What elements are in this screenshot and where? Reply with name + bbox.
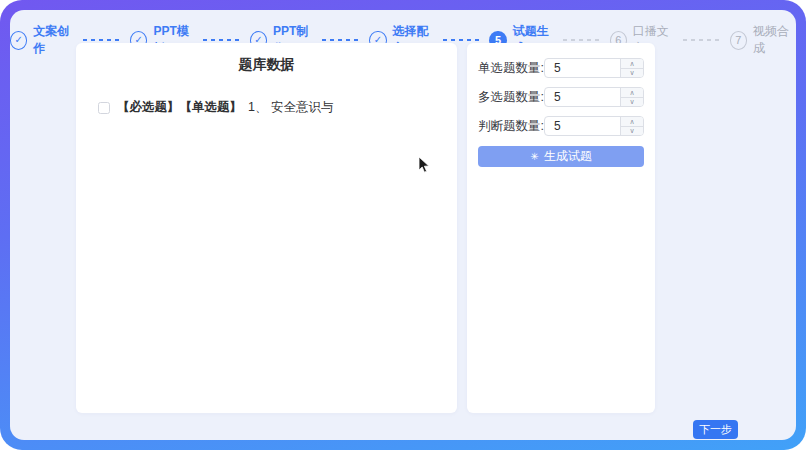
- step-number-badge: 7: [730, 31, 747, 50]
- true-false-count-input: ∧ ∨: [544, 116, 644, 136]
- stepper-up-icon[interactable]: ∧: [621, 117, 643, 127]
- field-label: 单选题数量:: [478, 60, 544, 77]
- next-button-label: 下一步: [699, 422, 732, 437]
- step-connector: [683, 39, 723, 41]
- check-circle-icon: ✓: [10, 31, 27, 50]
- number-input[interactable]: [545, 117, 620, 135]
- step-connector: [203, 39, 243, 41]
- field-label: 判断题数量:: [478, 118, 544, 135]
- question-bank-panel: 题库数据 【必选题】【单选题】1、 安全意识与: [76, 43, 457, 413]
- step-connector: [443, 39, 483, 41]
- number-input[interactable]: [545, 88, 620, 106]
- field-label: 多选题数量:: [478, 89, 544, 106]
- question-title: 1、 安全意识与: [248, 100, 333, 114]
- single-choice-count-field: 单选题数量: ∧ ∨: [478, 58, 644, 78]
- number-stepper: ∧ ∨: [620, 88, 643, 106]
- app-frame: ✓ 文案创作 ✓ PPT模板 ✓ PPT制作 ✓ 选择配音 5 试题生成: [0, 0, 806, 450]
- step-video-synthesis[interactable]: 7 视频合成: [730, 23, 796, 57]
- stepper-up-icon[interactable]: ∧: [621, 88, 643, 98]
- number-stepper: ∧ ∨: [620, 59, 643, 77]
- single-choice-count-input: ∧ ∨: [544, 58, 644, 78]
- question-list-item: 【必选题】【单选题】1、 安全意识与: [98, 99, 457, 116]
- next-step-button[interactable]: 下一步: [693, 420, 738, 439]
- stepper-down-icon[interactable]: ∨: [621, 127, 643, 136]
- stepper-up-icon[interactable]: ∧: [621, 59, 643, 69]
- required-tag: 【必选题】: [117, 100, 180, 114]
- question-checkbox[interactable]: [98, 102, 110, 114]
- number-input[interactable]: [545, 59, 620, 77]
- type-tag: 【单选题】: [180, 100, 243, 114]
- true-false-count-field: 判断题数量: ∧ ∨: [478, 116, 644, 136]
- step-connector: [563, 39, 603, 41]
- step-label: 视频合成: [753, 23, 796, 57]
- multi-choice-count-input: ∧ ∨: [544, 87, 644, 107]
- sparkle-icon: ✳: [530, 152, 538, 162]
- generate-questions-button[interactable]: ✳ 生成试题: [478, 146, 644, 167]
- generate-button-label: 生成试题: [544, 148, 592, 165]
- stepper-down-icon[interactable]: ∨: [621, 69, 643, 78]
- app-canvas: ✓ 文案创作 ✓ PPT模板 ✓ PPT制作 ✓ 选择配音 5 试题生成: [10, 10, 796, 440]
- panel-title: 题库数据: [76, 43, 457, 74]
- number-stepper: ∧ ∨: [620, 117, 643, 135]
- question-text: 【必选题】【单选题】1、 安全意识与: [117, 99, 333, 116]
- stepper-down-icon[interactable]: ∨: [621, 98, 643, 107]
- step-copywriting[interactable]: ✓ 文案创作: [10, 23, 76, 57]
- question-settings-panel: 单选题数量: ∧ ∨ 多选题数量: ∧ ∨: [467, 43, 655, 413]
- step-label: 文案创作: [33, 23, 76, 57]
- multi-choice-count-field: 多选题数量: ∧ ∨: [478, 87, 644, 107]
- step-connector: [322, 39, 362, 41]
- step-connector: [83, 39, 123, 41]
